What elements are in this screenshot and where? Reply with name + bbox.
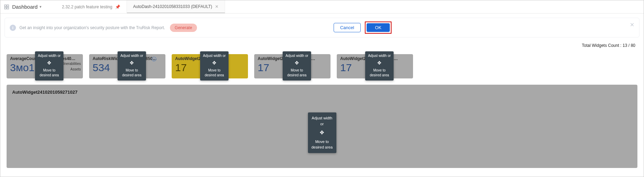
drag-tooltip[interactable]: Adjust width or✥Move to desired area [200,51,229,81]
drag-tooltip[interactable]: Adjust width or ✥ Move to desired area [308,112,336,153]
tooltip-line1: Adjust width or [120,53,144,58]
widget-card-large[interactable]: AutoWidget2410201059271027 Adjust width … [7,85,637,168]
drag-tooltip[interactable]: Adjust width or✥Move to desired area [283,51,311,81]
tooltip-line2: Move to desired area [367,68,392,78]
page-title: Dashboard [12,4,37,10]
info-icon[interactable]: ⓘ [152,56,156,62]
move-icon: ✥ [37,60,61,67]
tooltip-line2: Move to desired area [310,139,334,150]
cancel-button[interactable]: Cancel [334,23,361,32]
widget-card[interactable]: AutoWidget241020105911317Adjust width or… [172,54,248,78]
apps-grid-icon[interactable] [4,4,9,10]
trurisk-banner: i Get an insight into your organization'… [5,18,639,37]
ok-button[interactable]: OK [367,23,390,32]
info-icon: i [10,25,16,31]
tooltip-line1: Adjust width or [310,115,334,127]
banner-message: Get an insight into your organization's … [19,25,165,30]
tooltip-line2: Move to desired area [120,68,144,78]
widget-card[interactable]: AutoWidget2410201059281…17Adjust width o… [337,54,413,78]
tab-label: 2.32.2 patch feature testing [62,5,112,9]
move-icon: ✥ [202,60,226,67]
drag-tooltip[interactable]: Adjust width or✥Move to desired area [35,51,63,81]
svg-rect-0 [5,5,6,7]
tooltip-line1: Adjust width or [202,53,226,58]
generate-button[interactable]: Generate [170,24,197,32]
move-icon: ✥ [120,60,144,67]
widget-card[interactable]: AutoWidget2410201059281…17Adjust width o… [254,54,330,78]
tooltip-line2: Move to desired area [285,68,309,78]
widget-card[interactable]: AverageCountVulnerabilities40…3мo16Vulne… [7,54,83,78]
tab-autodash-default[interactable]: AutoDash-2410201058331033 (DEFAULT) ✕ [127,0,225,13]
drag-tooltip[interactable]: Adjust width or✥Move to desired area [365,51,394,81]
tooltip-line1: Adjust width or [37,53,61,58]
move-icon: ✥ [285,60,309,67]
tooltip-line1: Adjust width or [367,53,392,58]
close-banner-icon[interactable]: ✕ [630,22,634,28]
tab-patch-testing[interactable]: 2.32.2 patch feature testing 📌 [55,0,127,13]
tab-label: AutoDash-2410201058331033 (DEFAULT) [133,4,212,9]
widget-card[interactable]: AutoRiskWidget241020105850…ⓘ534Adjust wi… [89,54,165,78]
tooltip-line2: Move to desired area [202,68,226,78]
widgets-count-label: Total Widgets Count : [582,43,621,48]
widget-title: AutoWidget2410201059271027 [12,90,632,95]
tooltip-line2: Move to desired area [37,68,61,78]
widgets-count-current: 13 [622,43,627,48]
widgets-count-max: 80 [631,43,635,48]
tooltip-line1: Adjust width or [285,53,309,58]
move-icon: ✥ [367,60,392,67]
move-icon: ✥ [310,129,334,137]
close-tab-icon[interactable]: ✕ [215,4,218,9]
svg-rect-1 [7,5,9,7]
svg-rect-2 [5,7,6,9]
drag-tooltip[interactable]: Adjust width or✥Move to desired area [118,51,146,81]
svg-rect-3 [7,7,9,9]
ok-button-highlight: OK [365,22,392,34]
pin-icon[interactable]: 📌 [115,5,120,9]
chevron-down-icon[interactable]: ▾ [40,5,42,9]
